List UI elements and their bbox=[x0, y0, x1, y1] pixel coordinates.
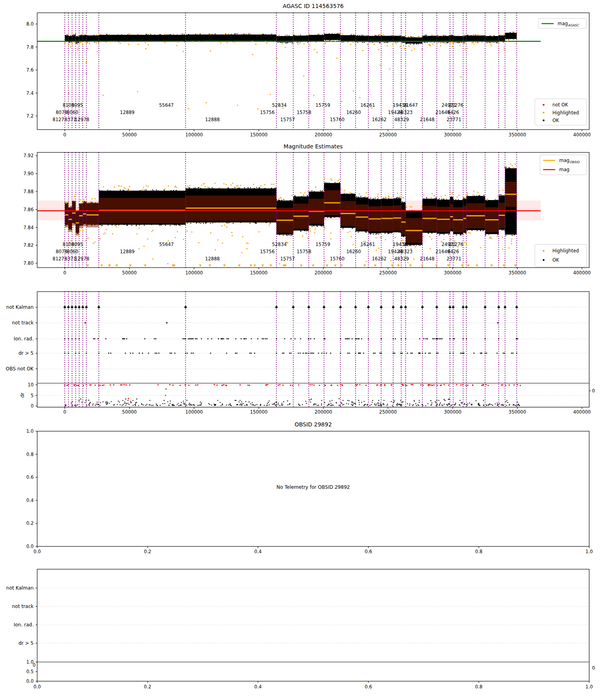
flag-marker bbox=[348, 338, 350, 340]
dr-point bbox=[330, 401, 330, 402]
dr-point bbox=[437, 403, 438, 404]
p2-highlight-point bbox=[78, 234, 79, 236]
p2-highlight-point bbox=[406, 205, 407, 206]
dr-point bbox=[394, 400, 394, 401]
p2-speck bbox=[396, 197, 397, 198]
p1-highlight-point bbox=[70, 35, 71, 36]
obsid-label: 21276 bbox=[449, 102, 464, 108]
p2-highlight-point bbox=[287, 242, 288, 243]
flag-marker bbox=[340, 353, 341, 354]
p2-speck bbox=[371, 199, 372, 200]
p2-speck bbox=[139, 224, 140, 225]
obsid-label: 21648 bbox=[420, 117, 435, 122]
p1-highlight-point bbox=[68, 93, 69, 94]
p1-speck bbox=[448, 42, 448, 43]
p1-speck bbox=[118, 35, 119, 36]
dr-point bbox=[394, 401, 395, 402]
dr-point bbox=[220, 402, 220, 403]
p2-speck bbox=[140, 224, 141, 224]
dr-point bbox=[120, 404, 120, 405]
p1-highlight-point bbox=[234, 42, 235, 43]
dr-point bbox=[162, 403, 163, 404]
p2-highlight-point bbox=[437, 260, 438, 261]
p2-speck bbox=[193, 222, 194, 223]
p1-highlight-point bbox=[355, 44, 356, 46]
p2-highlight-point bbox=[231, 232, 232, 233]
p1-speck bbox=[70, 36, 71, 37]
flag-marker bbox=[312, 353, 313, 354]
p2-highlight-point bbox=[466, 262, 467, 263]
p1-speck bbox=[242, 34, 242, 35]
p1-speck bbox=[163, 35, 164, 36]
x-tick-label: 200000 bbox=[315, 270, 332, 276]
p2-speck bbox=[426, 199, 427, 200]
dr-point bbox=[149, 404, 150, 405]
dr-point bbox=[186, 400, 187, 401]
obsid-label: 12978 bbox=[75, 256, 90, 262]
dr-point bbox=[341, 402, 342, 403]
p1-highlight-point bbox=[145, 48, 146, 49]
p1-highlight-point bbox=[97, 51, 98, 52]
p2-speck bbox=[222, 222, 222, 222]
p2-speck bbox=[442, 233, 442, 234]
flag-marker bbox=[453, 338, 454, 340]
p2-speck bbox=[304, 230, 304, 231]
p1-speck bbox=[89, 36, 90, 36]
dr-point bbox=[436, 400, 437, 401]
p1-highlight-point bbox=[392, 35, 393, 36]
p2-speck bbox=[210, 223, 211, 224]
dr-tick-label: 0.0 bbox=[26, 678, 34, 684]
dr-point bbox=[255, 404, 256, 405]
p2-speck bbox=[464, 232, 465, 233]
flag-marker bbox=[330, 353, 331, 354]
p1-speck bbox=[188, 34, 189, 35]
p2-highlight-point bbox=[502, 248, 503, 250]
p1-speck bbox=[284, 36, 285, 37]
p1-speck bbox=[168, 34, 169, 35]
dr-clipped-point bbox=[381, 384, 382, 386]
p2-highlight-point bbox=[480, 247, 481, 248]
dr-point bbox=[502, 404, 503, 405]
flag-marker bbox=[193, 353, 194, 354]
dr-point bbox=[514, 404, 514, 405]
p2-speck bbox=[384, 233, 385, 234]
legend-label: not OK bbox=[552, 102, 568, 108]
p2-speck bbox=[199, 221, 200, 222]
p1-highlight-point bbox=[86, 73, 87, 74]
p2-speck bbox=[329, 182, 330, 183]
p1-speck bbox=[421, 38, 422, 38]
p1-speck bbox=[127, 34, 128, 35]
dr-point bbox=[492, 405, 493, 406]
dr-point bbox=[100, 402, 101, 403]
p2-highlight-point bbox=[411, 206, 412, 207]
dr-point bbox=[97, 404, 98, 405]
dr-point bbox=[374, 403, 375, 404]
flag-marker bbox=[419, 338, 420, 340]
p1-speck bbox=[300, 36, 301, 37]
p2-speck bbox=[331, 216, 332, 217]
p1-highlight-point bbox=[408, 36, 409, 37]
dr-point bbox=[416, 405, 417, 406]
flag-marker bbox=[276, 353, 277, 354]
y-tick-label: 7.6 bbox=[26, 67, 34, 73]
x-tick-label: 250000 bbox=[379, 270, 397, 276]
dr-point bbox=[476, 400, 476, 401]
flag-marker bbox=[226, 338, 228, 340]
dr-point bbox=[65, 404, 66, 405]
p1-speck bbox=[362, 42, 363, 43]
p1-highlight-point bbox=[454, 35, 455, 36]
p2-highlight-point bbox=[93, 243, 94, 244]
p2-speck bbox=[428, 233, 429, 234]
p2-speck bbox=[112, 225, 112, 226]
dr-point bbox=[273, 404, 274, 405]
dr-point bbox=[208, 403, 209, 404]
dr-clipped-point bbox=[428, 384, 429, 385]
p2-speck bbox=[229, 222, 230, 223]
p2-highlight-point bbox=[446, 198, 447, 200]
dr-point bbox=[383, 403, 384, 404]
p2-highlight-point bbox=[151, 231, 152, 232]
p2-highlight-point bbox=[90, 202, 91, 203]
p2-highlight-point bbox=[385, 196, 386, 198]
dr-point bbox=[74, 405, 75, 406]
p2-speck bbox=[181, 224, 182, 225]
